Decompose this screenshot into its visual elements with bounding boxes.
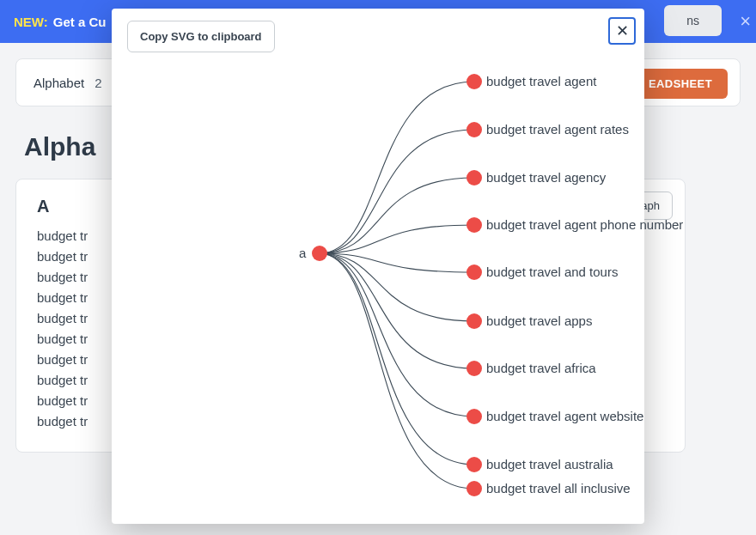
graph-leaf-label: budget travel africa — [486, 361, 596, 375]
graph-leaf-label: budget travel agent rates — [486, 122, 629, 137]
graph-leaf-label: budget travel agent website — [486, 409, 643, 423]
graph-leaf-label: budget travel apps — [486, 313, 592, 328]
graph-leaf-node — [466, 481, 482, 496]
graph-leaf-node — [466, 74, 482, 89]
graph-leaf-node — [466, 409, 482, 424]
graph-leaf-label: budget travel all inclusive — [486, 481, 631, 495]
graph-leaf-label: budget travel australia — [486, 457, 613, 471]
graph-leaf-label: budget travel agent phone number — [486, 217, 683, 232]
graph-root-node — [312, 246, 327, 261]
close-modal-button[interactable]: ✕ — [608, 17, 636, 45]
close-icon: ✕ — [616, 23, 629, 39]
banner-new-tag: NEW: — [14, 15, 48, 29]
download-spreadsheet-button[interactable]: EADSHEET — [633, 69, 728, 99]
graph-edges — [163, 52, 627, 515]
graph-leaf-node — [466, 264, 482, 280]
graph-leaf-node — [466, 457, 482, 472]
graph-root-label: a — [299, 246, 306, 260]
graph-leaf-node — [466, 217, 482, 233]
banner-text: Get a Cu — [53, 15, 107, 29]
tree-graph: a budget travel agent budget travel agen… — [163, 52, 627, 515]
graph-leaf-label: budget travel and tours — [486, 264, 618, 279]
graph-leaf-node — [466, 170, 482, 185]
graph-leaf-node — [466, 361, 482, 376]
banner-pill[interactable]: ns — [664, 5, 722, 36]
graph-leaf-node — [466, 122, 482, 137]
tab-alphabet-count: 2 — [94, 76, 101, 90]
svg-graph-modal: Copy SVG to clipboard ✕ a budget travel … — [112, 9, 644, 524]
graph-leaf-node — [466, 313, 482, 329]
tab-alphabet[interactable]: Alphabet — [34, 76, 84, 90]
banner-close-button[interactable]: × — [740, 10, 751, 33]
copy-svg-button[interactable]: Copy SVG to clipboard — [127, 21, 275, 52]
graph-leaf-label: budget travel agent — [486, 74, 596, 88]
graph-leaf-label: budget travel agency — [486, 170, 606, 185]
